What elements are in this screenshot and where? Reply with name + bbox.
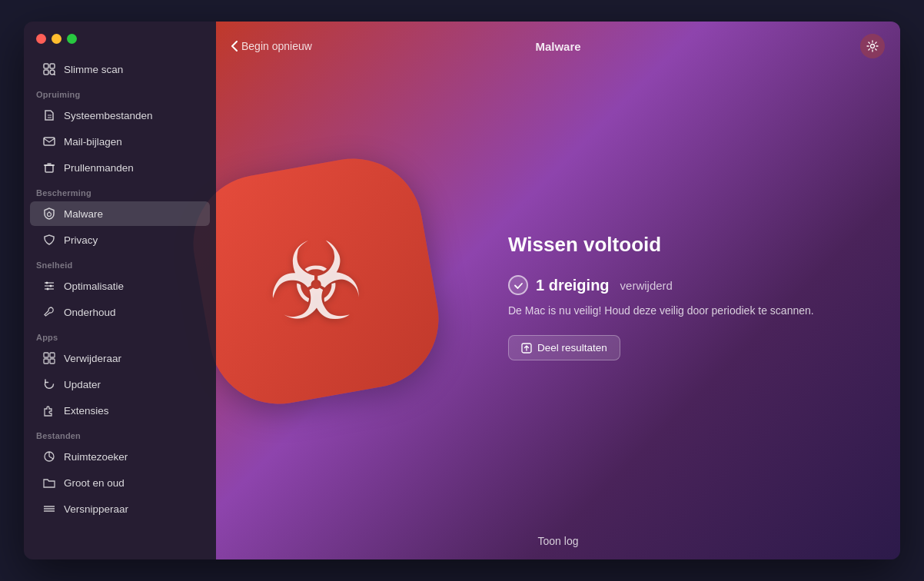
chevron-left-icon (231, 41, 238, 51)
svg-point-9 (48, 213, 52, 217)
svg-point-15 (50, 285, 52, 287)
sidebar-label-optimalisatie: Optimalisatie (64, 281, 124, 292)
threat-row: 1 dreiging verwijderd (508, 275, 814, 295)
svg-rect-7 (44, 138, 55, 145)
sidebar-label-mail-bijlagen: Mail-bijlagen (64, 136, 122, 148)
sidebar-item-versnipperaar[interactable]: Versnipperaar (30, 496, 210, 521)
sidebar-item-verwijderaar[interactable]: Verwijderaar (30, 346, 210, 370)
page-title: Malware (535, 40, 580, 53)
sidebar-label-ruimtezoeker: Ruimtezoeker (64, 451, 128, 463)
biohazard-graphic: ☣ (201, 166, 462, 427)
section-snelheid: Snelheid (24, 253, 216, 273)
main-panel: Begin opnieuw Malware ☣ Wissen voltooid (216, 22, 900, 559)
sidebar-item-malware[interactable]: Malware (30, 201, 210, 226)
sidebar-item-slimme-scan-label: Slimme scan (64, 64, 123, 75)
check-icon (508, 275, 528, 295)
folder-icon (42, 476, 56, 490)
svg-rect-20 (50, 359, 55, 364)
sidebar-item-extensies[interactable]: Extensies (30, 398, 210, 423)
sidebar-label-versnipperaar: Versnipperaar (64, 503, 128, 515)
section-apps: Apps (24, 325, 216, 345)
svg-rect-1 (50, 64, 55, 68)
svg-point-3 (50, 70, 55, 75)
sidebar-item-mail-bijlagen[interactable]: Mail-bijlagen (30, 129, 210, 154)
scan-icon (42, 62, 56, 76)
show-log-button[interactable]: Toon log (538, 535, 579, 547)
sidebar-label-updater: Updater (64, 379, 101, 390)
sidebar-item-updater[interactable]: Updater (30, 372, 210, 397)
close-button[interactable] (36, 34, 46, 44)
sidebar-label-malware: Malware (64, 208, 103, 220)
minimize-button[interactable] (52, 34, 61, 44)
sidebar-label-groot-en-oud: Groot en oud (64, 477, 125, 489)
sidebar-item-privacy[interactable]: Privacy (30, 227, 210, 252)
wrench-icon (42, 305, 56, 319)
shield-icon (42, 207, 56, 221)
topbar: Begin opnieuw Malware (216, 22, 900, 71)
sidebar-item-groot-en-oud[interactable]: Groot en oud (30, 470, 210, 495)
svg-point-16 (47, 288, 49, 290)
file-icon (42, 108, 56, 122)
svg-rect-0 (44, 64, 48, 68)
threat-count: 1 dreiging (536, 277, 610, 294)
refresh-icon (42, 377, 56, 391)
hand-icon (42, 233, 56, 247)
window-controls (24, 34, 216, 56)
svg-rect-19 (44, 359, 48, 364)
safe-message: De Mac is nu veilig! Houd deze veilig do… (508, 304, 814, 317)
svg-rect-18 (50, 353, 55, 357)
sidebar-item-onderhoud[interactable]: Onderhoud (30, 300, 210, 324)
sidebar-item-prullenmanden[interactable]: Prullenmanden (30, 155, 210, 180)
show-log-label: Toon log (538, 535, 579, 547)
biohazard-background: ☣ (182, 148, 450, 415)
svg-point-14 (46, 282, 48, 284)
settings-button[interactable] (860, 34, 885, 58)
puzzle-icon (42, 403, 56, 417)
svg-rect-17 (44, 353, 48, 357)
layers-icon (42, 502, 56, 516)
bottom-bar: Toon log (216, 523, 900, 559)
svg-rect-2 (44, 70, 48, 75)
svg-line-4 (54, 74, 55, 75)
share-button[interactable]: Deel resultaten (508, 335, 620, 360)
share-button-label: Deel resultaten (537, 342, 607, 354)
sliders-icon (42, 279, 56, 293)
back-button[interactable]: Begin opnieuw (231, 40, 312, 52)
svg-point-25 (871, 45, 875, 48)
main-content: ☣ Wissen voltooid 1 dreiging verwijderd … (216, 71, 900, 523)
maximize-button[interactable] (67, 34, 77, 44)
sidebar-label-prullenmanden: Prullenmanden (64, 162, 134, 174)
sidebar-item-slimme-scan[interactable]: Slimme scan (30, 57, 210, 81)
gear-icon (866, 40, 879, 52)
result-title: Wissen voltooid (508, 233, 814, 257)
section-bestanden: Bestanden (24, 423, 216, 443)
sidebar-label-privacy: Privacy (64, 234, 98, 246)
sidebar-label-extensies: Extensies (64, 405, 109, 417)
section-opruiming: Opruiming (24, 82, 216, 102)
biohazard-icon: ☣ (268, 219, 364, 344)
grid-icon (42, 351, 56, 365)
app-window: Slimme scan Opruiming Systeembestanden (24, 22, 900, 559)
section-bescherming: Bescherming (24, 181, 216, 201)
pie-icon (42, 450, 56, 463)
mail-icon (42, 134, 56, 148)
sidebar-item-optimalisatie[interactable]: Optimalisatie (30, 274, 210, 298)
trash-icon (42, 161, 56, 174)
result-panel: Wissen voltooid 1 dreiging verwijderd De… (493, 217, 829, 376)
sidebar-label-systeembestanden: Systeembestanden (64, 110, 153, 121)
sidebar: Slimme scan Opruiming Systeembestanden (24, 22, 216, 559)
share-icon (521, 343, 532, 354)
sidebar-item-ruimtezoeker[interactable]: Ruimtezoeker (30, 444, 210, 469)
sidebar-item-systeembestanden[interactable]: Systeembestanden (30, 103, 210, 128)
sidebar-label-verwijderaar: Verwijderaar (64, 353, 121, 364)
back-label: Begin opnieuw (241, 40, 312, 52)
threat-status: verwijderd (620, 279, 673, 292)
sidebar-label-onderhoud: Onderhoud (64, 307, 116, 318)
